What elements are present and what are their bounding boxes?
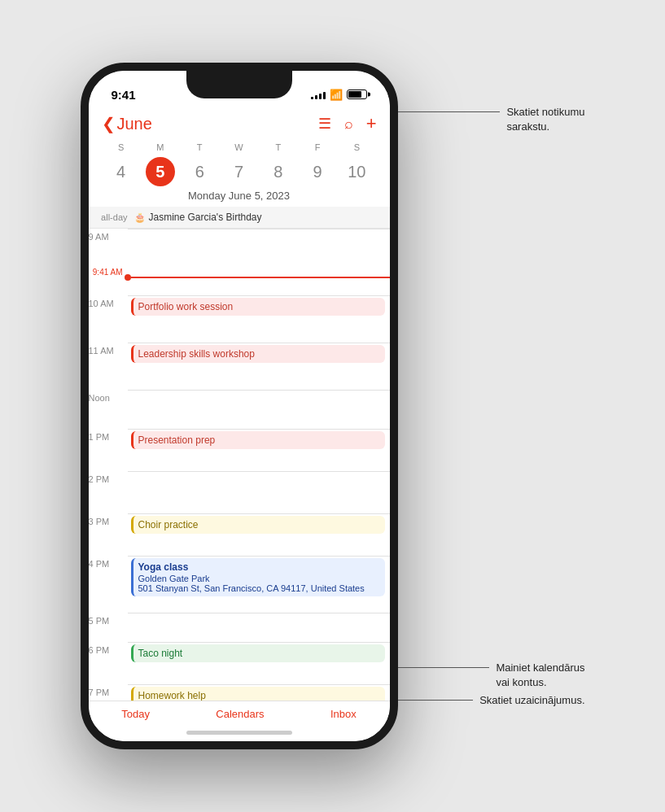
annotation-calendars: Mainiet kalendārus vai kontus.: [398, 661, 585, 690]
date-6[interactable]: 6: [180, 157, 219, 186]
time-label-2pm: 2 PM: [89, 474, 116, 484]
event-presentation[interactable]: Presentation prep: [131, 431, 385, 449]
time-label-9am: 9 AM: [89, 232, 116, 242]
tab-today[interactable]: Today: [121, 708, 150, 720]
battery-icon: [347, 89, 367, 99]
time-row-5pm: 5 PM: [89, 613, 390, 642]
all-day-label: all-day: [95, 212, 134, 222]
date-10[interactable]: 10: [337, 157, 376, 186]
search-icon[interactable]: ⌕: [344, 116, 353, 133]
event-portfolio[interactable]: Portfolio work session: [131, 298, 385, 316]
annotations-panel: Skatiet notikumu sarakstu. Mainiet kalen…: [398, 63, 585, 749]
date-5-selected[interactable]: 5: [146, 157, 175, 186]
date-4[interactable]: 4: [102, 157, 141, 186]
current-time-dot: [125, 274, 131, 281]
time-line-6pm: Taco night: [128, 642, 390, 684]
list-icon[interactable]: ☰: [318, 115, 331, 133]
header-icons: ☰ ⌕ +: [318, 113, 377, 134]
selected-date-label: Monday June 5, 2023: [102, 190, 377, 205]
weekday-2: T: [180, 141, 219, 154]
weekday-1: M: [141, 141, 180, 154]
time-label-5pm: 5 PM: [89, 616, 116, 626]
month-back-button[interactable]: ❮ June: [102, 114, 152, 133]
time-label-11am: 11 AM: [89, 346, 120, 356]
time-label-noon: Noon: [89, 393, 116, 403]
signal-bar-1: [311, 97, 313, 99]
signal-bars-icon: [311, 89, 326, 99]
event-choir-title: Choir practice: [138, 519, 199, 530]
calendar-header: ❮ June ☰ ⌕ + S M T W T F: [89, 110, 390, 207]
date-8[interactable]: 8: [259, 157, 298, 186]
event-choir[interactable]: Choir practice: [131, 516, 385, 534]
all-day-event-title: Jasmine Garcia's Birthday: [149, 212, 262, 223]
weekday-3: W: [219, 141, 258, 154]
month-nav: ❮ June ☰ ⌕ +: [102, 110, 377, 138]
event-homework[interactable]: Homework help: [131, 687, 385, 701]
status-time: 9:41: [112, 88, 136, 102]
timeline[interactable]: all-day 🎂 Jasmine Garcia's Birthday 9 AM: [89, 207, 390, 701]
tab-inbox[interactable]: Inbox: [330, 708, 357, 720]
annotation-text-1: Skatiet notikumu sarakstu.: [500, 105, 584, 134]
event-taco-title: Taco night: [138, 648, 183, 659]
time-line-5pm: [128, 613, 390, 642]
time-row-11am: 11 AM Leadership skills workshop: [89, 343, 390, 390]
time-label-6pm: 6 PM: [89, 645, 116, 655]
current-time-label: 9:41 AM: [93, 268, 123, 277]
birthday-icon: 🎂: [134, 212, 146, 223]
time-row-9am: 9 AM: [89, 229, 390, 271]
weekday-6: S: [337, 141, 376, 154]
date-7[interactable]: 7: [219, 157, 258, 186]
all-day-event[interactable]: 🎂 Jasmine Garcia's Birthday: [134, 212, 262, 223]
plus-icon[interactable]: +: [366, 113, 377, 134]
event-taco[interactable]: Taco night: [131, 644, 385, 662]
time-line-noon: [128, 390, 390, 429]
time-line-4pm: Yoga class Golden Gate Park501 Stanyan S…: [128, 556, 390, 613]
annotation-line-1: [398, 111, 501, 112]
time-row-10am: 10 AM Portfolio work session: [89, 295, 390, 343]
event-leadership-title: Leadership skills workshop: [138, 348, 255, 360]
time-line-9am: [128, 229, 390, 271]
time-line-1pm: Presentation prep: [128, 429, 390, 471]
signal-bar-2: [315, 95, 317, 99]
time-label-3pm: 3 PM: [89, 517, 116, 526]
time-label-1pm: 1 PM: [89, 432, 116, 442]
weekday-5: F: [298, 141, 337, 154]
weekday-4: T: [259, 141, 298, 154]
event-yoga[interactable]: Yoga class Golden Gate Park501 Stanyan S…: [131, 558, 385, 596]
event-yoga-subtitle: Golden Gate Park501 Stanyan St, San Fran…: [138, 574, 380, 593]
event-leadership[interactable]: Leadership skills workshop: [131, 345, 385, 363]
event-homework-title: Homework help: [138, 690, 206, 701]
signal-bar-3: [319, 94, 322, 99]
date-9[interactable]: 9: [298, 157, 337, 186]
week-dates: 4 5 6 7 8 9 10: [102, 157, 377, 186]
phone-inner: 9:41 📶 ❮: [89, 71, 390, 741]
week-days-header: S M T W T F S: [102, 141, 377, 154]
current-time-indicator: [128, 274, 390, 281]
notch: [186, 71, 292, 98]
home-bar: [186, 731, 292, 735]
time-row-6pm: 6 PM Taco night: [89, 642, 390, 684]
annotation-text-2: Mainiet kalendārus vai kontus.: [489, 661, 584, 690]
current-time-line: [131, 277, 390, 278]
status-icons: 📶: [311, 89, 367, 101]
time-line-7pm: Homework help: [128, 684, 390, 701]
event-yoga-title: Yoga class: [138, 561, 380, 573]
annotation-line-2: [398, 667, 490, 668]
tab-calendars[interactable]: Calendars: [216, 708, 264, 720]
time-row-7pm: 7 PM Homework help: [89, 684, 390, 701]
annotation-line-3: [398, 700, 474, 701]
time-row-1pm: 1 PM Presentation prep: [89, 429, 390, 471]
time-line-11am: Leadership skills workshop: [128, 343, 390, 390]
time-line-2pm: [128, 471, 390, 513]
page-wrapper: 9:41 📶 ❮: [81, 63, 585, 749]
event-presentation-title: Presentation prep: [138, 434, 216, 446]
battery-fill: [348, 91, 362, 98]
time-row-2pm: 2 PM: [89, 471, 390, 513]
all-day-row: all-day 🎂 Jasmine Garcia's Birthday: [89, 207, 390, 229]
time-row-noon: Noon: [89, 390, 390, 429]
tab-bar: Today Calendars Inbox: [89, 701, 390, 723]
time-label-4pm: 4 PM: [89, 559, 116, 569]
time-line-3pm: Choir practice: [128, 513, 390, 556]
home-indicator: [89, 723, 390, 741]
current-time-row: 9:41 AM: [89, 271, 390, 295]
